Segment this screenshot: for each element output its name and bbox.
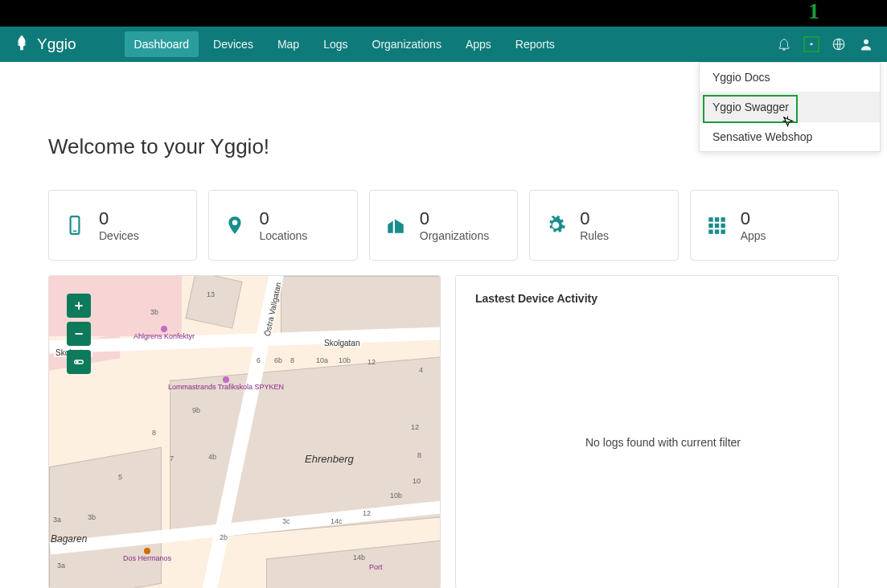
- svg-rect-16: [75, 360, 84, 364]
- map-zoom-out-button[interactable]: −: [67, 322, 91, 346]
- card-count: 0: [741, 208, 766, 229]
- grid-icon: [705, 214, 728, 236]
- card-locations[interactable]: 0Locations: [208, 190, 357, 261]
- gear-icon: [544, 214, 567, 236]
- nav-apps[interactable]: Apps: [456, 31, 501, 57]
- svg-rect-11: [714, 224, 718, 228]
- nav-organizations[interactable]: Organizations: [363, 31, 451, 57]
- card-label: Organizations: [420, 229, 489, 242]
- map-poi-ahlgrens: Ahlgrens Konfektyr: [133, 326, 195, 341]
- pin-icon: [224, 214, 246, 236]
- card-rules[interactable]: 0Rules: [529, 190, 678, 261]
- activity-title: Lastest Device Activity: [475, 292, 819, 305]
- card-organizations[interactable]: 0Organizations: [369, 190, 518, 261]
- card-count: 0: [580, 208, 609, 229]
- nav-dashboard[interactable]: Dashboard: [125, 31, 199, 57]
- dropdown-yggio-docs[interactable]: Yggio Docs: [700, 63, 880, 93]
- brand[interactable]: Yggio: [13, 34, 76, 56]
- language-globe-icon[interactable]: [831, 36, 847, 52]
- svg-rect-6: [73, 231, 76, 232]
- svg-rect-10: [708, 224, 712, 228]
- activity-panel: Lastest Device Activity No logs found wi…: [455, 275, 839, 588]
- map-panel[interactable]: Skolgatan Östra Vallgatan Skolgatan Ehre…: [48, 275, 441, 588]
- svg-rect-14: [714, 229, 718, 233]
- map-district-ehrenberg: Ehrenberg: [305, 453, 354, 465]
- docs-menu-button[interactable]: [803, 36, 819, 52]
- main-navbar: Yggio Dashboard Devices Map Logs Organiz…: [0, 27, 887, 62]
- brand-tree-icon: [13, 34, 31, 56]
- card-label: Apps: [741, 229, 766, 242]
- dashboard-panels: Skolgatan Östra Vallgatan Skolgatan Ehre…: [48, 275, 839, 588]
- card-label: Locations: [259, 229, 307, 242]
- map-district-bagaren: Bagaren: [51, 533, 87, 545]
- nav-right: [776, 36, 874, 52]
- nav-reports[interactable]: Reports: [506, 31, 565, 57]
- card-count: 0: [420, 208, 489, 229]
- cursor-icon: [782, 115, 796, 133]
- notifications-bell-icon[interactable]: [776, 36, 792, 52]
- svg-rect-8: [714, 217, 718, 221]
- card-devices[interactable]: 0Devices: [48, 190, 197, 261]
- svg-rect-12: [721, 224, 725, 228]
- svg-point-1: [864, 39, 869, 44]
- nav-devices[interactable]: Devices: [203, 31, 263, 57]
- card-apps[interactable]: 0Apps: [690, 190, 839, 261]
- svg-point-17: [76, 360, 78, 363]
- map-poi-port: Port: [369, 564, 383, 572]
- nav-map[interactable]: Map: [268, 31, 309, 57]
- map-poi-doshermanos: Dos Hermanos: [123, 548, 171, 563]
- map-canvas[interactable]: Skolgatan Östra Vallgatan Skolgatan Ehre…: [49, 276, 440, 588]
- svg-rect-13: [708, 229, 712, 233]
- svg-rect-15: [721, 229, 725, 233]
- svg-rect-9: [721, 217, 725, 221]
- summary-cards: 0Devices 0Locations 0Organizations 0Rule…: [48, 190, 839, 261]
- card-count: 0: [99, 208, 139, 229]
- user-account-icon[interactable]: [858, 36, 874, 52]
- svg-rect-7: [708, 217, 712, 221]
- buildings-icon: [384, 214, 407, 236]
- nav-logs[interactable]: Logs: [314, 31, 357, 57]
- phone-icon: [64, 214, 86, 236]
- card-count: 0: [259, 208, 307, 229]
- card-label: Rules: [580, 229, 609, 242]
- browser-top-bar: 1: [0, 0, 887, 27]
- nav-links: Dashboard Devices Map Logs Organizations…: [125, 31, 565, 57]
- card-label: Devices: [99, 229, 139, 242]
- book-icon: [810, 37, 813, 51]
- map-zoom-in-button[interactable]: +: [67, 294, 91, 318]
- map-poi-spyken: Lommastrands Trafikskola SPYKEN: [168, 376, 284, 392]
- map-road-skolgatan: Skolgatan: [322, 339, 361, 347]
- activity-empty-message: No logs found with current filter: [585, 436, 741, 449]
- annotation-callout-1: 1: [808, 0, 819, 24]
- map-layers-button[interactable]: [67, 350, 91, 374]
- brand-text: Yggio: [37, 35, 76, 53]
- docs-dropdown: Yggio Docs Yggio Swagger Sensative Websh…: [699, 62, 881, 152]
